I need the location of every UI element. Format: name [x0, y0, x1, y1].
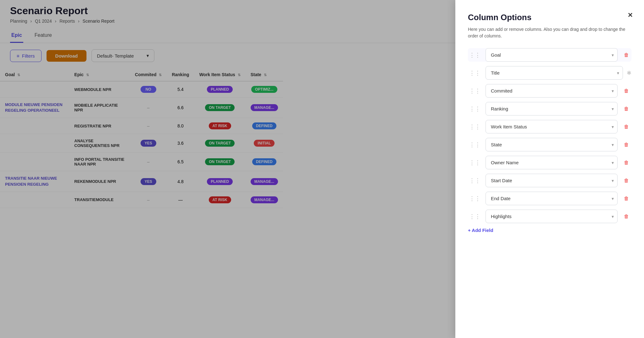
- column-option-row: ⋮⋮Owner Name▾🗑: [468, 156, 631, 169]
- modal-title: Column Options: [468, 13, 631, 22]
- column-select-state[interactable]: State: [486, 138, 618, 151]
- modal-close-button[interactable]: ×: [628, 10, 633, 20]
- drag-handle-icon[interactable]: ⋮⋮: [468, 50, 482, 60]
- column-select-wrapper: Ranking▾: [486, 102, 618, 115]
- column-select-wrapper: Owner Name▾: [486, 156, 618, 169]
- delete-column-button-commited[interactable]: 🗑: [621, 87, 631, 95]
- drag-handle-icon[interactable]: ⋮⋮: [468, 158, 482, 167]
- drag-handle-icon[interactable]: ⋮⋮: [468, 104, 482, 114]
- drag-handle-icon[interactable]: ⋮⋮: [468, 68, 482, 78]
- column-select-owner_name[interactable]: Owner Name: [486, 156, 618, 169]
- delete-column-button-owner_name[interactable]: 🗑: [621, 159, 631, 167]
- column-option-row: ⋮⋮Goal▾🗑: [468, 48, 631, 62]
- column-option-row: ⋮⋮Start Date▾🗑: [468, 174, 631, 187]
- column-option-row: ⋮⋮Work Item Status▾🗑: [468, 120, 631, 133]
- column-select-ranking[interactable]: Ranking: [486, 102, 618, 115]
- column-select-wrapper: Work Item Status▾: [486, 120, 618, 133]
- column-select-title[interactable]: Title: [486, 66, 623, 80]
- delete-column-button-state[interactable]: 🗑: [621, 141, 631, 149]
- delete-column-button-work_item_status[interactable]: 🗑: [621, 123, 631, 131]
- delete-column-button-highlights[interactable]: 🗑: [621, 212, 631, 221]
- delete-column-button-ranking[interactable]: 🗑: [621, 105, 631, 113]
- column-option-row: ⋮⋮End Date▾🗑: [468, 192, 631, 205]
- column-select-goal[interactable]: Goal: [486, 48, 618, 62]
- add-field-button[interactable]: + Add Field: [468, 228, 493, 233]
- column-option-row: ⋮⋮Title▾✱: [468, 66, 631, 80]
- column-select-wrapper: Highlights▾: [486, 210, 618, 223]
- modal-description: Here you can add or remove columns. Also…: [468, 26, 631, 39]
- column-select-wrapper: Commited▾: [486, 84, 618, 98]
- column-select-wrapper: Title▾: [486, 66, 623, 80]
- column-select-wrapper: Start Date▾: [486, 174, 618, 187]
- column-select-wrapper: Goal▾: [486, 48, 618, 62]
- column-option-row: ⋮⋮Commited▾🗑: [468, 84, 631, 98]
- column-options-list: ⋮⋮Goal▾🗑⋮⋮Title▾✱⋮⋮Commited▾🗑⋮⋮Ranking▾🗑…: [468, 48, 631, 223]
- delete-column-button-goal[interactable]: 🗑: [621, 51, 631, 59]
- column-select-wrapper: State▾: [486, 138, 618, 151]
- drag-handle-icon[interactable]: ⋮⋮: [468, 122, 482, 132]
- drag-handle-icon[interactable]: ⋮⋮: [468, 176, 482, 185]
- page: Scenario Report Planning › Q1 2024 › Rep…: [0, 0, 644, 338]
- column-select-wrapper: End Date▾: [486, 192, 618, 205]
- delete-column-button-start_date[interactable]: 🗑: [621, 177, 631, 185]
- column-select-work_item_status[interactable]: Work Item Status: [486, 120, 618, 133]
- drag-handle-icon[interactable]: ⋮⋮: [468, 140, 482, 149]
- column-select-commited[interactable]: Commited: [486, 84, 618, 98]
- drag-handle-icon[interactable]: ⋮⋮: [468, 212, 482, 221]
- column-select-end_date[interactable]: End Date: [486, 192, 618, 205]
- column-option-row: ⋮⋮Highlights▾🗑: [468, 210, 631, 223]
- drag-handle-icon[interactable]: ⋮⋮: [468, 194, 482, 203]
- column-option-row: ⋮⋮State▾🗑: [468, 138, 631, 151]
- drag-handle-icon[interactable]: ⋮⋮: [468, 86, 482, 96]
- column-option-row: ⋮⋮Ranking▾🗑: [468, 102, 631, 115]
- column-select-highlights[interactable]: Highlights: [486, 210, 618, 223]
- column-options-modal: × Column Options Here you can add or rem…: [455, 0, 644, 338]
- column-select-start_date[interactable]: Start Date: [486, 174, 618, 187]
- column-lock-icon: ✱: [627, 70, 631, 76]
- delete-column-button-end_date[interactable]: 🗑: [621, 194, 631, 203]
